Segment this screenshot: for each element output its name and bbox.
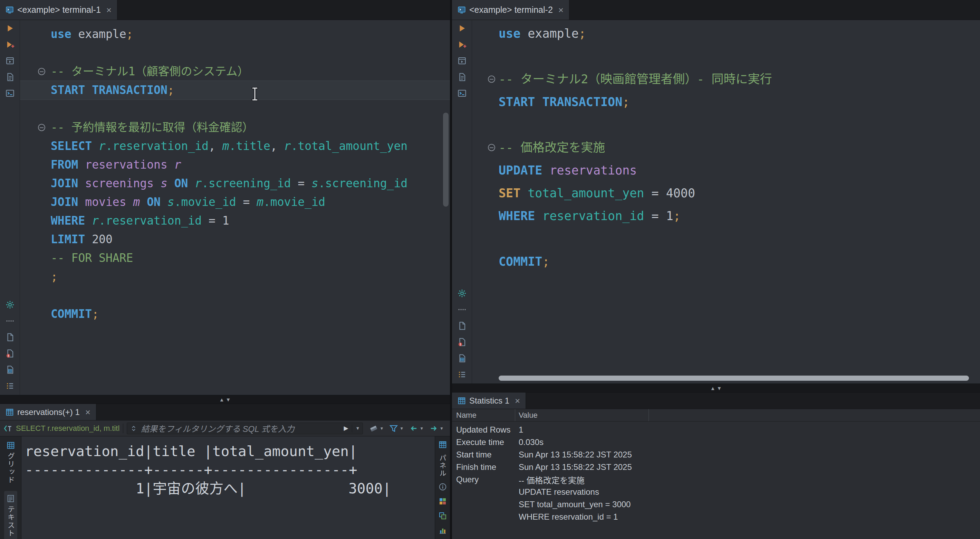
code-line[interactable]: COMMIT; [472,250,980,273]
fold-collapse-icon[interactable] [488,144,495,151]
settings-gear-icon[interactable] [457,289,467,298]
code-token[interactable]: r [99,139,106,153]
code-line[interactable]: START TRANSACTION; [472,91,980,113]
code-token[interactable]: m [256,195,264,209]
code-token[interactable]: = [291,177,312,190]
code-token[interactable]: START TRANSACTION [51,83,167,97]
filter-history-icon[interactable] [130,425,137,432]
code-line[interactable]: -- ターミナル2（映画館管理者側）- 同時に実行 [472,68,980,91]
code-token[interactable]: = [236,195,257,209]
code-token[interactable] [92,139,99,153]
execute-new-tab-icon[interactable] [457,56,467,65]
code-token[interactable]: JOIN [51,177,78,190]
code-token[interactable]: = 1 [202,214,229,227]
code-token[interactable]: .movie_id [264,195,325,209]
code-token[interactable]: -- 予約情報を最初に取得（料金確認） [51,121,254,134]
code-token[interactable] [78,158,85,171]
close-icon[interactable]: × [85,408,91,417]
code-token[interactable]: -- ターミナル1（顧客側のシステム） [51,65,249,78]
tab-terminal-2[interactable]: <example> terminal-2 × [452,0,570,20]
code-line[interactable]: JOIN movies m ON s.movie_id = m.movie_id [20,193,450,212]
code-token[interactable]: m [223,139,229,153]
code-line[interactable]: WHERE r.reservation_id = 1 [20,212,450,230]
close-icon[interactable]: × [558,6,563,14]
code-token[interactable]: ON [174,177,188,190]
code-token[interactable]: ; [622,95,630,109]
code-token[interactable] [188,177,195,190]
run-script-icon[interactable] [5,40,15,49]
dropdown-caret-icon[interactable]: ▼ [420,426,424,431]
code-token[interactable]: .reservation_id [99,214,202,227]
run-script-icon[interactable] [457,40,467,49]
code-token[interactable]: example [72,27,126,41]
column-header-value[interactable]: Value [515,409,649,421]
code-line[interactable]: WHERE reservation_id = 1; [472,204,980,227]
code-token[interactable]: = 4000 [644,186,695,200]
code-token[interactable]: ; [579,27,586,40]
code-token[interactable] [85,214,92,227]
fold-collapse-icon[interactable] [488,76,495,83]
code-line[interactable]: FROM reservations r [20,155,450,174]
view-tab-grid[interactable]: グリッド [4,438,17,488]
tab-statistics[interactable]: Statistics 1 × [452,392,526,409]
horizontal-splitter[interactable]: ▲▼ [452,384,980,392]
open-console-icon[interactable] [5,88,15,98]
code-line[interactable]: SELECT r.reservation_id, m.title, r.tota… [20,137,450,155]
windows-icon[interactable] [438,511,447,521]
execute-new-tab-icon[interactable] [5,56,15,65]
code-token[interactable]: WHERE [51,214,85,227]
code-token[interactable]: screenings [85,177,154,190]
code-token[interactable]: ; [126,27,133,41]
code-token[interactable]: ; [542,255,549,268]
script-document-icon[interactable] [5,72,15,82]
dropdown-caret-icon[interactable]: ▼ [399,426,404,431]
code-token[interactable] [520,186,528,200]
code-token[interactable] [535,209,542,223]
code-token[interactable]: s [161,177,167,190]
code-token[interactable]: r [174,158,181,171]
stats-row[interactable]: Start timeSun Apr 13 15:58:22 JST 2025 [452,448,980,461]
code-token[interactable]: 200 [85,233,112,246]
code-token[interactable]: LIMIT [51,233,85,246]
overflow-dots-icon[interactable] [5,316,15,326]
code-token[interactable]: r [195,177,202,190]
code-token[interactable] [161,195,167,209]
code-token[interactable]: example [520,27,579,40]
stats-row[interactable]: UPDATE reservations [452,486,980,498]
code-token[interactable] [167,158,174,171]
stats-table[interactable]: Updated Rows1Execute time0.030sStart tim… [452,421,980,539]
code-line[interactable]: JOIN screenings s ON r.screening_id = s.… [20,174,450,193]
stats-row[interactable]: WHERE reservation_id = 1 [452,511,980,523]
code-token[interactable]: total_amount_yen [528,186,644,200]
file-error-icon[interactable] [457,337,467,347]
code-token[interactable]: ; [92,307,99,321]
nav-forward-button[interactable]: ▼ [429,424,444,433]
code-line[interactable]: SET total_amount_yen = 4000 [472,182,980,204]
code-token[interactable] [542,163,549,177]
code-token[interactable]: COMMIT [51,307,92,321]
info-icon[interactable] [438,482,447,492]
vertical-scrollbar[interactable] [443,113,449,207]
code-line[interactable]: LIMIT 200 [20,230,450,249]
dropdown-caret-icon[interactable]: ▼ [380,426,383,431]
stats-row[interactable]: Finish timeSun Apr 13 15:58:22 JST 2025 [452,461,980,474]
eraser-button[interactable]: ▼ [369,424,383,433]
code-token[interactable] [140,195,147,209]
code-token[interactable]: .title [229,139,270,153]
open-console-icon[interactable] [457,88,467,98]
tab-terminal-1[interactable]: <example> terminal-1 × [0,0,118,20]
code-token[interactable]: SET [499,186,520,200]
code-token[interactable]: ON [147,195,161,209]
code-token[interactable]: use [499,27,520,40]
code-token[interactable] [78,177,85,190]
mosaic-icon[interactable] [438,496,447,506]
run-statement-icon[interactable] [457,24,467,33]
new-file-icon[interactable] [457,321,467,331]
code-token[interactable]: FROM [51,158,78,171]
code-line[interactable] [20,99,450,118]
code-token[interactable]: SELECT [51,139,92,153]
code-area-2[interactable]: use example;-- ターミナル2（映画館管理者側）- 同時に実行STA… [472,20,980,384]
code-line[interactable]: use example; [20,25,450,43]
code-token[interactable]: r [284,139,291,153]
code-token[interactable]: COMMIT [499,255,542,268]
